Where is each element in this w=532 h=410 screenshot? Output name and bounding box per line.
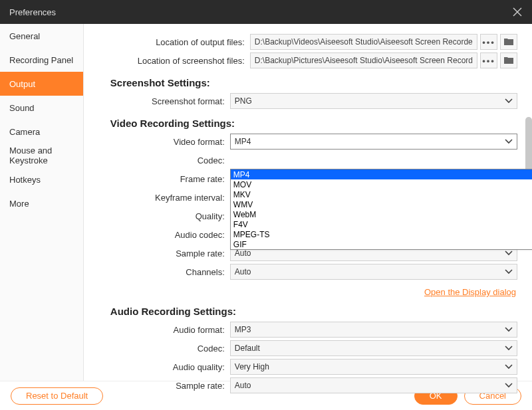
sidebar: General Recording Panel Output Sound Cam… bbox=[0, 24, 84, 381]
screenshot-format-select[interactable]: PNG bbox=[230, 93, 517, 109]
audio-quality-label: Audio quality: bbox=[90, 362, 230, 372]
main-panel: Location of output files: D:\Backup\Vide… bbox=[84, 24, 532, 381]
screenshot-path-browse-button[interactable]: ••• bbox=[480, 52, 497, 68]
body: General Recording Panel Output Sound Cam… bbox=[0, 24, 532, 381]
video-channels-select[interactable]: Auto bbox=[230, 264, 517, 280]
video-settings-title: Video Recording Settings: bbox=[110, 118, 517, 129]
output-path-browse-button[interactable]: ••• bbox=[480, 34, 497, 50]
video-channels-label: Channels: bbox=[90, 267, 230, 277]
sidebar-item-sound[interactable]: Sound bbox=[0, 96, 83, 120]
audio-codec-select[interactable]: Default bbox=[230, 340, 517, 356]
audio-settings-title: Audio Recording Settings: bbox=[110, 306, 517, 317]
titlebar: Preferences bbox=[0, 0, 532, 24]
audio-format-label: Audio format: bbox=[90, 325, 230, 335]
audio-quality-select[interactable]: Very High bbox=[230, 359, 517, 375]
output-path-open-button[interactable] bbox=[500, 34, 517, 50]
sidebar-item-mouse-keystroke[interactable]: Mouse and Keystroke bbox=[0, 144, 83, 167]
chevron-down-icon bbox=[505, 137, 513, 146]
dropdown-option[interactable]: MPEG-TS bbox=[231, 229, 532, 239]
video-quality-label: Quality: bbox=[90, 211, 230, 221]
display-dialog-link-row: Open the Display dialog bbox=[90, 286, 517, 298]
audio-samplerate-select[interactable]: Auto bbox=[230, 377, 517, 393]
chevron-down-icon bbox=[505, 381, 513, 390]
folder-icon bbox=[504, 38, 513, 46]
video-format-label: Video format: bbox=[90, 137, 230, 147]
chevron-down-icon bbox=[505, 267, 513, 276]
dots-icon: ••• bbox=[482, 37, 495, 47]
sidebar-item-more[interactable]: More bbox=[0, 191, 83, 215]
chevron-down-icon bbox=[505, 344, 513, 353]
sidebar-item-recording-panel[interactable]: Recording Panel bbox=[0, 48, 83, 72]
output-path-field[interactable]: D:\Backup\Videos\Aiseesoft Studio\Aisees… bbox=[250, 34, 477, 50]
chevron-down-icon bbox=[505, 325, 513, 334]
open-display-dialog-link[interactable]: Open the Display dialog bbox=[424, 287, 516, 297]
screenshot-path-field[interactable]: D:\Backup\Pictures\Aiseesoft Studio\Aise… bbox=[250, 52, 477, 68]
video-format-dropdown[interactable]: MP4 MOV MKV WMV WebM F4V MPEG-TS GIF bbox=[230, 169, 532, 250]
screenshot-format-label: Screenshot format: bbox=[90, 96, 230, 106]
video-audiocodec-label: Audio codec: bbox=[90, 230, 230, 240]
dropdown-option[interactable]: WMV bbox=[231, 199, 532, 209]
chevron-down-icon bbox=[505, 96, 513, 106]
screenshot-settings-title: Screenshot Settings: bbox=[110, 77, 517, 88]
screenshot-path-label: Location of screenshot files: bbox=[90, 56, 250, 66]
audio-format-select[interactable]: MP3 bbox=[230, 322, 517, 338]
sidebar-item-general[interactable]: General bbox=[0, 24, 83, 48]
video-codec-label: Codec: bbox=[90, 155, 230, 165]
dropdown-option[interactable]: MOV bbox=[231, 179, 532, 189]
dropdown-option[interactable]: F4V bbox=[231, 219, 532, 229]
close-icon bbox=[513, 7, 522, 17]
audio-samplerate-label: Sample rate: bbox=[90, 381, 230, 391]
folder-icon bbox=[504, 56, 513, 64]
video-samplerate-label: Sample rate: bbox=[90, 249, 230, 258]
chevron-down-icon bbox=[505, 249, 513, 258]
chevron-down-icon bbox=[505, 362, 513, 371]
sidebar-item-hotkeys[interactable]: Hotkeys bbox=[0, 167, 83, 191]
output-path-label: Location of output files: bbox=[90, 37, 250, 47]
video-keyframe-label: Keyframe interval: bbox=[90, 193, 230, 203]
dropdown-option[interactable]: WebM bbox=[231, 209, 532, 219]
audio-codec-label: Codec: bbox=[90, 344, 230, 354]
dropdown-option[interactable]: MKV bbox=[231, 189, 532, 199]
screenshot-path-open-button[interactable] bbox=[500, 52, 517, 68]
dropdown-option[interactable]: GIF bbox=[231, 239, 532, 249]
sidebar-item-camera[interactable]: Camera bbox=[0, 120, 83, 144]
sidebar-item-output[interactable]: Output bbox=[0, 72, 83, 96]
window-title: Preferences bbox=[9, 7, 56, 17]
video-framerate-label: Frame rate: bbox=[90, 174, 230, 184]
close-button[interactable] bbox=[509, 4, 525, 20]
dropdown-option[interactable]: MP4 bbox=[231, 169, 532, 179]
video-format-select[interactable]: MP4 bbox=[230, 134, 517, 150]
dots-icon: ••• bbox=[482, 56, 495, 66]
